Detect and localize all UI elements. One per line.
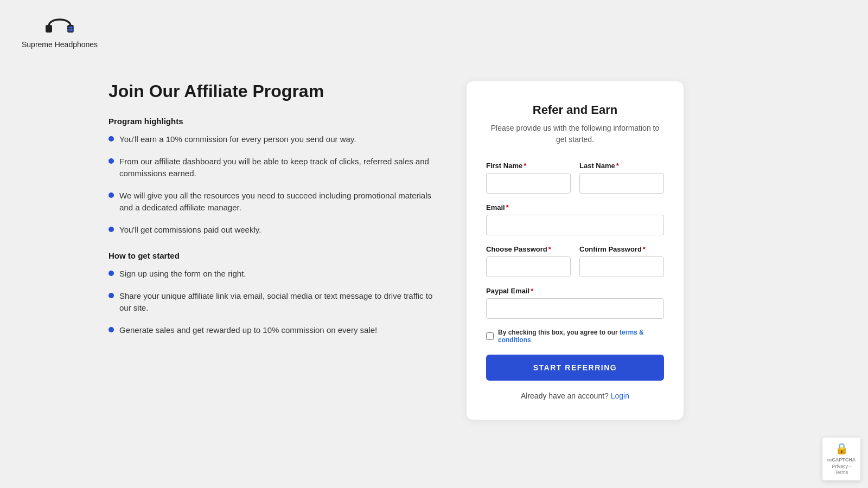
required-star: * xyxy=(616,162,619,170)
headphones-icon xyxy=(43,11,76,38)
paypal-email-row: Paypal Email* xyxy=(486,287,664,319)
how-text: Share your unique affiliate link via ema… xyxy=(119,290,434,314)
how-list: Sign up using the form on the right. Sha… xyxy=(108,268,434,336)
form-title: Refer and Earn xyxy=(486,103,664,117)
paypal-email-label: Paypal Email* xyxy=(486,287,664,295)
choose-password-group: Choose Password* xyxy=(486,245,571,277)
bullet-dot xyxy=(108,136,114,142)
last-name-group: Last Name* xyxy=(579,162,664,194)
password-row: Choose Password* Confirm Password* xyxy=(486,245,664,277)
list-item: Sign up using the form on the right. xyxy=(108,268,434,280)
highlights-list: You'll earn a 10% commission for every p… xyxy=(108,133,434,236)
required-star: * xyxy=(524,162,526,170)
svg-rect-1 xyxy=(67,25,74,33)
bullet-dot xyxy=(108,271,114,276)
email-label: Email* xyxy=(486,203,664,211)
list-item: Generate sales and get rewarded up to 10… xyxy=(108,324,434,337)
affiliate-signup-form: First Name* Last Name* Email* xyxy=(486,162,664,400)
last-name-label: Last Name* xyxy=(579,162,664,170)
bullet-dot xyxy=(108,192,114,198)
required-star: * xyxy=(531,287,533,295)
list-item: You'll earn a 10% commission for every p… xyxy=(108,133,434,146)
name-row: First Name* Last Name* xyxy=(486,162,664,194)
last-name-input[interactable] xyxy=(579,173,664,194)
confirm-password-label: Confirm Password* xyxy=(579,245,664,253)
logo-area: Supreme Headphones xyxy=(22,11,98,49)
email-group: Email* xyxy=(486,203,664,235)
confirm-password-input[interactable] xyxy=(579,256,664,277)
required-star: * xyxy=(506,203,509,211)
bullet-dot xyxy=(108,293,114,298)
list-item: We will give you all the resources you n… xyxy=(108,190,434,214)
first-name-label: First Name* xyxy=(486,162,571,170)
terms-checkbox[interactable] xyxy=(486,332,494,340)
choose-password-input[interactable] xyxy=(486,256,571,277)
recaptcha-label: reCAPTCHA Privacy - Terms xyxy=(827,457,856,476)
brand-name: Supreme Headphones xyxy=(22,40,98,49)
confirm-password-group: Confirm Password* xyxy=(579,245,664,277)
page-title: Join Our Affiliate Program xyxy=(108,81,434,101)
already-account-text: Already have an account? xyxy=(521,391,609,400)
highlights-heading: Program highlights xyxy=(108,117,434,126)
bullet-dot xyxy=(108,158,114,164)
login-link[interactable]: Login xyxy=(611,391,629,400)
signup-form-panel: Refer and Earn Please provide us with th… xyxy=(467,81,684,420)
first-name-input[interactable] xyxy=(486,173,571,194)
paypal-email-input[interactable] xyxy=(486,298,664,319)
form-subtitle: Please provide us with the following inf… xyxy=(486,123,664,145)
recaptcha-icon: 🔒 xyxy=(835,442,848,455)
highlight-text: You'll earn a 10% commission for every p… xyxy=(119,133,356,146)
start-referring-button[interactable]: START REFERRING xyxy=(486,355,664,381)
first-name-group: First Name* xyxy=(486,162,571,194)
site-header: Supreme Headphones xyxy=(0,0,868,60)
choose-password-label: Choose Password* xyxy=(486,245,571,253)
required-star: * xyxy=(643,245,646,253)
highlight-text: You'll get commissions paid out weekly. xyxy=(119,224,261,236)
left-panel: Join Our Affiliate Program Program highl… xyxy=(108,81,434,351)
main-content: Join Our Affiliate Program Program highl… xyxy=(0,60,868,441)
paypal-email-group: Paypal Email* xyxy=(486,287,664,319)
terms-label: By checking this box, you agree to our t… xyxy=(498,329,664,344)
list-item: Share your unique affiliate link via ema… xyxy=(108,290,434,314)
svg-rect-0 xyxy=(46,25,52,33)
list-item: You'll get commissions paid out weekly. xyxy=(108,224,434,236)
highlight-text: We will give you all the resources you n… xyxy=(119,190,434,214)
required-star: * xyxy=(548,245,551,253)
bullet-dot xyxy=(108,227,114,232)
email-input[interactable] xyxy=(486,215,664,235)
login-row: Already have an account? Login xyxy=(486,391,664,400)
how-text: Generate sales and get rewarded up to 10… xyxy=(119,324,377,337)
email-row: Email* xyxy=(486,203,664,235)
terms-checkbox-row: By checking this box, you agree to our t… xyxy=(486,329,664,344)
list-item: From our affiliate dashboard you will be… xyxy=(108,156,434,180)
how-text: Sign up using the form on the right. xyxy=(119,268,246,280)
how-heading: How to get started xyxy=(108,251,434,260)
recaptcha-badge: 🔒 reCAPTCHA Privacy - Terms xyxy=(822,438,860,480)
bullet-dot xyxy=(108,327,114,332)
highlight-text: From our affiliate dashboard you will be… xyxy=(119,156,434,180)
